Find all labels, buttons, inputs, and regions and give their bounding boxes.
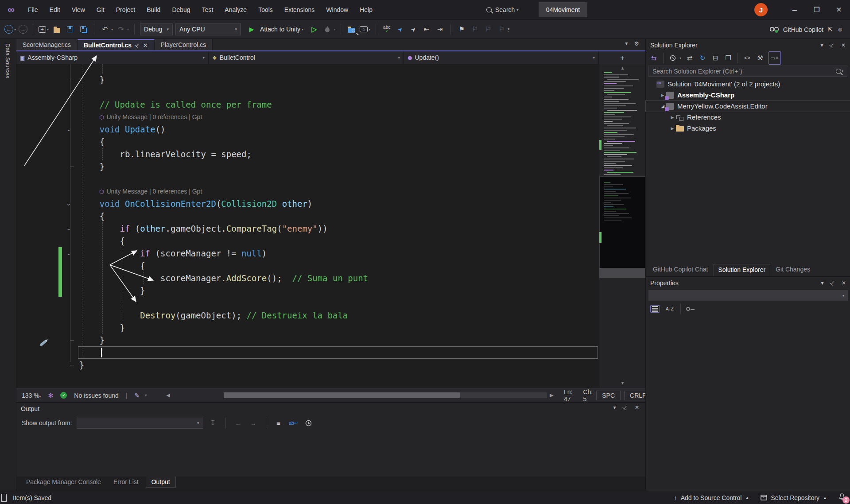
menu-item-debug[interactable]: Debug — [167, 4, 195, 15]
output-source-combobox[interactable]: ▾ — [77, 418, 203, 429]
horizontal-scrollbar[interactable] — [224, 392, 547, 398]
menu-item-git[interactable]: Git — [92, 4, 109, 15]
code-line[interactable] — [16, 297, 599, 309]
tree-item-merryyellow-codeassist-editor[interactable]: ◢MerryYellow.CodeAssist.Editor — [646, 101, 850, 112]
document-tab-bulletcontrol-cs[interactable]: BulletControl.cs⊥✕ — [78, 39, 155, 50]
code-line[interactable]: } — [16, 334, 599, 346]
refresh-icon[interactable]: ↻ — [698, 52, 707, 64]
toolbar-overflow-icon[interactable]: ▾ — [508, 27, 509, 31]
close-icon[interactable]: ✕ — [635, 404, 639, 411]
code-line[interactable]: ⌄ if (scoreManager != null) — [16, 247, 599, 260]
document-tab-playercontrol-cs[interactable]: PlayerControl.cs — [155, 39, 213, 50]
menu-item-tools[interactable]: Tools — [253, 4, 278, 15]
split-window-button[interactable]: + — [616, 53, 629, 63]
code-line[interactable]: } — [16, 322, 599, 334]
fold-collapse-icon[interactable]: ⌄ — [64, 123, 74, 136]
menu-item-help[interactable]: Help — [355, 4, 377, 15]
pin-tab-icon[interactable]: ⊥ — [134, 42, 141, 49]
code-line[interactable]: { — [16, 235, 599, 247]
tab-options-gear-icon[interactable]: ⚙ — [634, 40, 639, 47]
code-cleanup-icon[interactable]: ✎ — [134, 392, 140, 399]
issues-status-label[interactable]: No issues found — [74, 392, 118, 399]
close-button[interactable]: ✕ — [828, 0, 850, 19]
code-line[interactable]: // Update is called once per frame — [16, 98, 599, 111]
minimize-button[interactable]: ─ — [784, 0, 806, 19]
pin-icon[interactable]: ⊥ — [829, 279, 836, 287]
hot-reload-icon[interactable] — [322, 23, 333, 35]
code-line[interactable]: } — [16, 74, 599, 86]
tree-item-assembly-csharp[interactable]: ▶Assembly-CSharp — [646, 89, 850, 101]
navigate-back-dropdown-icon[interactable]: ▾ — [14, 27, 16, 31]
undo-dropdown-icon[interactable]: ▾ — [111, 27, 113, 31]
expand-arrow-icon[interactable]: ▶ — [669, 115, 676, 120]
code-cleanup-dropdown-icon[interactable]: ▾ — [145, 393, 147, 397]
spell-check-icon[interactable]: abc✓ — [381, 23, 392, 35]
caret-line[interactable] — [16, 346, 599, 359]
menu-item-window[interactable]: Window — [321, 4, 353, 15]
navigate-back-icon[interactable]: ← — [4, 25, 13, 34]
line-indicator[interactable]: Ln: 47 — [564, 388, 572, 403]
view-code-icon[interactable]: <> — [743, 52, 752, 64]
window-position-dropdown-icon[interactable]: ▾ — [820, 42, 823, 48]
bottom-tab-package-manager-console[interactable]: Package Manager Console — [21, 477, 106, 487]
add-to-source-control-button[interactable]: ↑ Add to Source Control ▲ — [674, 494, 749, 501]
save-all-icon[interactable] — [78, 23, 89, 35]
breadcrumb-bulletcontrol[interactable]: ❖BulletControl▾ — [209, 51, 404, 64]
pending-changes-filter-icon[interactable] — [668, 52, 677, 64]
fold-collapse-icon[interactable]: ⌄ — [64, 198, 74, 210]
show-all-files-icon[interactable]: ❐ — [724, 52, 733, 64]
menu-item-view[interactable]: View — [67, 4, 90, 15]
codelens-line[interactable]: ⬡Unity Message | 0 references | Gpt — [16, 111, 599, 123]
menu-item-test[interactable]: Test — [197, 4, 218, 15]
tree-item-solution[interactable]: Solution '04Moviment' (2 of 2 projects) — [646, 78, 850, 89]
breadcrumb-update[interactable]: ⬢Update()▾ — [404, 51, 599, 64]
indent-decrease-icon[interactable]: ⇤ — [421, 23, 432, 35]
select-repository-button[interactable]: Select Repository ▲ — [761, 494, 827, 501]
properties-wrench-icon[interactable]: ⚒ — [756, 52, 765, 64]
window-position-dropdown-icon[interactable]: ▾ — [821, 280, 823, 286]
code-line[interactable]: } — [16, 284, 599, 297]
bottom-tab-error-list[interactable]: Error List — [108, 477, 144, 487]
tree-item-packages[interactable]: ▶Packages — [646, 123, 850, 134]
redo-icon[interactable]: ↷ — [116, 23, 126, 35]
column-indicator[interactable]: Ch: 5 — [583, 388, 593, 403]
user-avatar[interactable]: J — [754, 3, 768, 16]
find-in-files-icon[interactable] — [346, 23, 357, 35]
output-text-area[interactable] — [16, 431, 645, 475]
clear-all-icon[interactable]: ≡ — [273, 417, 284, 429]
next-bookmark-icon[interactable]: ⚐ — [483, 23, 493, 35]
data-sources-tab[interactable]: Data Sources — [4, 43, 11, 78]
menu-item-build[interactable]: Build — [142, 4, 165, 15]
code-line[interactable]: { — [16, 260, 599, 272]
window-dropdown-icon[interactable]: ▾ — [369, 27, 370, 31]
document-tab-scoremanager-cs[interactable]: ScoreManager.cs — [16, 39, 78, 50]
close-icon[interactable]: ✕ — [841, 42, 846, 48]
code-line[interactable] — [16, 173, 599, 185]
bookmark-icon[interactable]: ⚑ — [456, 23, 467, 35]
code-line[interactable] — [16, 86, 599, 98]
property-pages-key-icon[interactable] — [686, 307, 690, 311]
chevron-down-icon[interactable]: ▾ — [593, 55, 595, 60]
chevron-down-icon[interactable]: ▾ — [398, 55, 400, 60]
search-control[interactable]: Search ▾ — [482, 4, 523, 16]
spaces-indicator[interactable]: SPC — [596, 391, 621, 400]
minimap-scrollbar[interactable]: ▲ ▼ — [599, 64, 645, 388]
word-wrap-icon[interactable]: ab↵ — [288, 417, 299, 429]
minimap-viewport[interactable] — [599, 176, 645, 268]
alphabetical-sort-icon[interactable]: A↓Z — [664, 303, 675, 314]
copilot-account-icon[interactable]: ☺ — [837, 26, 843, 33]
code-line[interactable]: } — [16, 160, 599, 173]
scroll-left-icon[interactable]: ◀ — [166, 392, 170, 398]
code-line[interactable]: { — [16, 136, 599, 148]
code-line[interactable]: Destroy(gameObject); // Destrueix la bal… — [16, 309, 599, 322]
code-line[interactable]: { — [16, 210, 599, 222]
open-file-icon[interactable] — [51, 23, 62, 35]
bottom-tab-output[interactable]: Output — [146, 477, 176, 488]
code-line[interactable]: ⌄ void OnCollisionEnter2D(Collision2D ot… — [16, 198, 599, 210]
menu-item-extensions[interactable]: Extensions — [279, 4, 319, 15]
insert-cursor-icon[interactable]: ➤ — [405, 21, 421, 37]
menu-item-analyze[interactable]: Analyze — [220, 4, 252, 15]
active-files-dropdown-icon[interactable]: ▾ — [625, 40, 628, 47]
timestamp-icon[interactable] — [303, 417, 314, 429]
menu-item-file[interactable]: File — [23, 4, 43, 15]
